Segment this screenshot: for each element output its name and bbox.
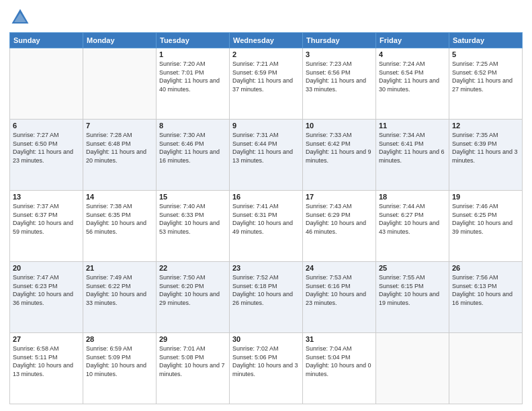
day-detail: Sunrise: 7:31 AMSunset: 6:44 PMDaylight:… <box>232 131 300 165</box>
day-number: 11 <box>379 122 446 130</box>
day-number: 10 <box>306 122 373 130</box>
day-detail: Sunrise: 7:53 AMSunset: 6:16 PMDaylight:… <box>306 273 373 307</box>
day-number: 14 <box>86 193 153 201</box>
calendar-cell: 25Sunrise: 7:55 AMSunset: 6:15 PMDayligh… <box>376 262 449 333</box>
day-detail: Sunrise: 7:56 AMSunset: 6:13 PMDaylight:… <box>452 273 519 307</box>
day-number: 22 <box>159 264 226 272</box>
day-number: 18 <box>379 193 446 201</box>
weekday-header: Tuesday <box>157 33 230 48</box>
calendar-cell: 26Sunrise: 7:56 AMSunset: 6:13 PMDayligh… <box>449 262 523 333</box>
logo <box>9 7 34 28</box>
calendar-cell: 17Sunrise: 7:43 AMSunset: 6:29 PMDayligh… <box>303 191 376 262</box>
weekday-header: Sunday <box>10 33 83 48</box>
day-detail: Sunrise: 7:52 AMSunset: 6:18 PMDaylight:… <box>232 273 300 307</box>
day-detail: Sunrise: 7:24 AMSunset: 6:54 PMDaylight:… <box>379 60 446 93</box>
day-number: 29 <box>159 335 226 343</box>
day-detail: Sunrise: 7:30 AMSunset: 6:46 PMDaylight:… <box>159 131 226 165</box>
calendar-cell: 2Sunrise: 7:21 AMSunset: 6:59 PMDaylight… <box>230 48 303 120</box>
weekday-header: Friday <box>376 33 449 48</box>
day-number: 16 <box>232 193 300 201</box>
calendar-cell: 8Sunrise: 7:30 AMSunset: 6:46 PMDaylight… <box>157 120 230 191</box>
day-detail: Sunrise: 7:41 AMSunset: 6:31 PMDaylight:… <box>232 202 300 236</box>
day-detail: Sunrise: 7:55 AMSunset: 6:15 PMDaylight:… <box>379 273 446 307</box>
calendar-cell: 13Sunrise: 7:37 AMSunset: 6:37 PMDayligh… <box>10 191 83 262</box>
day-detail: Sunrise: 7:44 AMSunset: 6:27 PMDaylight:… <box>379 202 446 236</box>
day-number: 7 <box>86 122 153 130</box>
day-number: 31 <box>306 335 373 343</box>
calendar-cell: 4Sunrise: 7:24 AMSunset: 6:54 PMDaylight… <box>376 48 449 120</box>
calendar-cell: 14Sunrise: 7:38 AMSunset: 6:35 PMDayligh… <box>83 191 157 262</box>
day-detail: Sunrise: 6:58 AMSunset: 5:11 PMDaylight:… <box>13 345 80 378</box>
day-detail: Sunrise: 7:21 AMSunset: 6:59 PMDaylight:… <box>232 60 300 93</box>
day-detail: Sunrise: 7:33 AMSunset: 6:42 PMDaylight:… <box>306 131 373 165</box>
day-number: 24 <box>306 264 373 272</box>
day-number: 15 <box>159 193 226 201</box>
day-detail: Sunrise: 7:34 AMSunset: 6:41 PMDaylight:… <box>379 131 446 165</box>
calendar-cell: 11Sunrise: 7:34 AMSunset: 6:41 PMDayligh… <box>376 120 449 191</box>
day-detail: Sunrise: 6:59 AMSunset: 5:09 PMDaylight:… <box>86 345 153 378</box>
day-number: 17 <box>306 193 373 201</box>
day-detail: Sunrise: 7:02 AMSunset: 5:06 PMDaylight:… <box>232 345 300 378</box>
day-number: 12 <box>452 122 519 130</box>
day-detail: Sunrise: 7:40 AMSunset: 6:33 PMDaylight:… <box>159 202 226 236</box>
calendar-cell: 16Sunrise: 7:41 AMSunset: 6:31 PMDayligh… <box>230 191 303 262</box>
day-number: 25 <box>379 264 446 272</box>
day-number: 5 <box>452 50 519 58</box>
calendar-cell: 23Sunrise: 7:52 AMSunset: 6:18 PMDayligh… <box>230 262 303 333</box>
day-detail: Sunrise: 7:27 AMSunset: 6:50 PMDaylight:… <box>13 131 80 165</box>
calendar-cell <box>10 48 83 120</box>
calendar-cell: 19Sunrise: 7:46 AMSunset: 6:25 PMDayligh… <box>449 191 523 262</box>
calendar-cell: 5Sunrise: 7:25 AMSunset: 6:52 PMDaylight… <box>449 48 523 120</box>
day-number: 30 <box>232 335 300 343</box>
calendar-cell: 6Sunrise: 7:27 AMSunset: 6:50 PMDaylight… <box>10 120 83 191</box>
calendar-cell: 20Sunrise: 7:47 AMSunset: 6:23 PMDayligh… <box>10 262 83 333</box>
calendar-cell: 28Sunrise: 6:59 AMSunset: 5:09 PMDayligh… <box>83 333 157 404</box>
day-number: 19 <box>452 193 519 201</box>
day-detail: Sunrise: 7:47 AMSunset: 6:23 PMDaylight:… <box>13 273 80 307</box>
header <box>9 7 523 28</box>
day-number: 23 <box>232 264 300 272</box>
day-number: 20 <box>13 264 80 272</box>
calendar-week-row: 20Sunrise: 7:47 AMSunset: 6:23 PMDayligh… <box>10 262 523 333</box>
logo-icon <box>9 7 31 28</box>
day-number: 9 <box>232 122 300 130</box>
calendar-week-row: 13Sunrise: 7:37 AMSunset: 6:37 PMDayligh… <box>10 191 523 262</box>
day-detail: Sunrise: 7:50 AMSunset: 6:20 PMDaylight:… <box>159 273 226 307</box>
calendar-cell: 31Sunrise: 7:04 AMSunset: 5:04 PMDayligh… <box>303 333 376 404</box>
day-detail: Sunrise: 7:43 AMSunset: 6:29 PMDaylight:… <box>306 202 373 236</box>
day-detail: Sunrise: 7:01 AMSunset: 5:08 PMDaylight:… <box>159 345 226 378</box>
calendar-cell: 1Sunrise: 7:20 AMSunset: 7:01 PMDaylight… <box>157 48 230 120</box>
calendar-cell: 27Sunrise: 6:58 AMSunset: 5:11 PMDayligh… <box>10 333 83 404</box>
day-number: 13 <box>13 193 80 201</box>
calendar-week-row: 6Sunrise: 7:27 AMSunset: 6:50 PMDaylight… <box>10 120 523 191</box>
calendar-cell: 29Sunrise: 7:01 AMSunset: 5:08 PMDayligh… <box>157 333 230 404</box>
weekday-header: Saturday <box>449 33 523 48</box>
day-number: 4 <box>379 50 446 58</box>
weekday-header: Wednesday <box>230 33 303 48</box>
day-number: 21 <box>86 264 153 272</box>
day-number: 2 <box>232 50 300 58</box>
calendar-cell: 12Sunrise: 7:35 AMSunset: 6:39 PMDayligh… <box>449 120 523 191</box>
day-detail: Sunrise: 7:28 AMSunset: 6:48 PMDaylight:… <box>86 131 153 165</box>
day-detail: Sunrise: 7:37 AMSunset: 6:37 PMDaylight:… <box>13 202 80 236</box>
calendar-cell: 9Sunrise: 7:31 AMSunset: 6:44 PMDaylight… <box>230 120 303 191</box>
day-number: 27 <box>13 335 80 343</box>
page: SundayMondayTuesdayWednesdayThursdayFrid… <box>0 0 532 411</box>
calendar-table: SundayMondayTuesdayWednesdayThursdayFrid… <box>9 32 523 404</box>
calendar-cell: 15Sunrise: 7:40 AMSunset: 6:33 PMDayligh… <box>157 191 230 262</box>
day-detail: Sunrise: 7:38 AMSunset: 6:35 PMDaylight:… <box>86 202 153 236</box>
day-number: 28 <box>86 335 153 343</box>
day-number: 8 <box>159 122 226 130</box>
calendar-cell: 30Sunrise: 7:02 AMSunset: 5:06 PMDayligh… <box>230 333 303 404</box>
calendar-cell: 3Sunrise: 7:23 AMSunset: 6:56 PMDaylight… <box>303 48 376 120</box>
calendar-cell <box>83 48 157 120</box>
calendar-cell: 18Sunrise: 7:44 AMSunset: 6:27 PMDayligh… <box>376 191 449 262</box>
day-detail: Sunrise: 7:35 AMSunset: 6:39 PMDaylight:… <box>452 131 519 165</box>
day-detail: Sunrise: 7:23 AMSunset: 6:56 PMDaylight:… <box>306 60 373 93</box>
calendar-cell <box>376 333 449 404</box>
calendar-week-row: 27Sunrise: 6:58 AMSunset: 5:11 PMDayligh… <box>10 333 523 404</box>
calendar-cell: 7Sunrise: 7:28 AMSunset: 6:48 PMDaylight… <box>83 120 157 191</box>
calendar-cell <box>449 333 523 404</box>
day-number: 26 <box>452 264 519 272</box>
day-detail: Sunrise: 7:46 AMSunset: 6:25 PMDaylight:… <box>452 202 519 236</box>
